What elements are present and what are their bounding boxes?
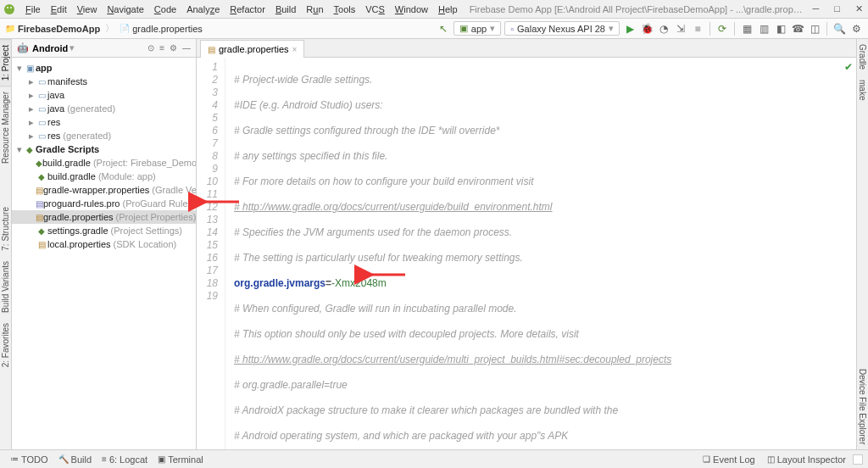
tree-node-res[interactable]: ▸▭res (12, 115, 196, 129)
menu-window[interactable]: Window (390, 3, 433, 16)
event-log-icon: ❏ (703, 454, 710, 464)
menu-analyze[interactable]: Analyze (181, 3, 225, 16)
status-build[interactable]: 🔨Build (53, 454, 97, 465)
layout-icon[interactable]: ◧ (774, 22, 787, 36)
menu-help[interactable]: Help (433, 3, 463, 16)
properties-file-icon: ▤ (36, 186, 43, 195)
editor-area: ▤ gradle.properties × ✔ 1234567891011121… (197, 39, 856, 449)
gear-icon[interactable]: ⚙ (170, 43, 177, 53)
hide-icon[interactable]: — (182, 43, 191, 53)
editor-tab-gradle-properties[interactable]: ▤ gradle.properties × (200, 40, 304, 58)
project-tree[interactable]: ▾▣app ▸▭manifests ▸▭java ▸▭java(generate… (12, 58, 196, 449)
menu-refactor[interactable]: Refactor (225, 3, 270, 16)
inspection-ok-icon: ✔ (844, 61, 853, 74)
editor-tab-bar: ▤ gradle.properties × (197, 39, 856, 58)
tree-node-build-gradle-project[interactable]: ◆build.gradle(Project: Firebase_Demo_App… (12, 156, 196, 170)
maximize-icon[interactable]: □ (832, 3, 842, 14)
properties-file-icon: ▤ (36, 213, 43, 222)
help-icon[interactable]: ⚙ (849, 22, 863, 36)
debug-icon[interactable]: 🐞 (640, 22, 654, 36)
tool-tab-resource-manager[interactable]: Resource Manager (0, 86, 11, 169)
navigation-bar: 📁 FirebaseDemoApp 〉 📄 gradle.properties … (0, 19, 868, 39)
avd-manager-icon[interactable]: ▦ (740, 22, 754, 36)
chevron-down-icon: ▾ (609, 23, 614, 34)
gradle-file-icon: ◆ (36, 226, 47, 236)
scroll-from-source-icon[interactable]: ⊙ (147, 43, 154, 53)
android-studio-logo-icon (3, 3, 15, 15)
search-icon[interactable]: 🔍 (832, 22, 846, 36)
tree-node-gradle-wrapper[interactable]: ▤gradle-wrapper.properties(Gradle Versio… (12, 183, 196, 197)
menu-vcs[interactable]: VCS (360, 3, 390, 16)
menu-edit[interactable]: Edit (46, 3, 72, 16)
menu-run[interactable]: Run (301, 3, 328, 16)
tool-tab-project[interactable]: 1: Project (0, 39, 11, 86)
attach-debugger-icon[interactable]: ⇲ (674, 22, 687, 36)
properties-file-icon: ▤ (36, 240, 47, 249)
tree-node-gradle-properties[interactable]: ▤gradle.properties(Project Properties) (12, 210, 196, 224)
minimize-icon[interactable]: ─ (811, 3, 821, 14)
tree-node-app[interactable]: ▾▣app (12, 61, 196, 75)
terminal-icon: ▣ (158, 454, 165, 464)
breadcrumb-file: gradle.properties (132, 24, 203, 34)
folder-icon: ▭ (36, 77, 47, 86)
menu-navigate[interactable]: Navigate (102, 3, 148, 16)
tree-node-java[interactable]: ▸▭java (12, 88, 196, 102)
sync-icon[interactable]: ⟳ (715, 22, 729, 36)
tree-node-settings-gradle[interactable]: ◆settings.gradle(Project Settings) (12, 224, 196, 237)
status-logcat[interactable]: ≡6: Logcat (97, 454, 153, 465)
menu-code[interactable]: Code (149, 3, 181, 16)
code-content[interactable]: # Project-wide Gradle settings. #IDE (e.… (225, 58, 856, 449)
menu-bar: FFileile Edit View Navigate Code Analyze… (0, 0, 868, 19)
status-layout-inspector[interactable]: ◫Layout Inspector (762, 454, 851, 465)
collapse-all-icon[interactable]: ≡ (159, 43, 164, 53)
layout-inspector-icon: ◫ (767, 454, 775, 464)
back-icon[interactable]: ↖ (437, 22, 450, 36)
folder-icon: ▭ (36, 118, 47, 127)
breadcrumb[interactable]: 📁 FirebaseDemoApp 〉 📄 gradle.properties (5, 22, 203, 35)
menu-file[interactable]: FFileile (20, 3, 46, 16)
project-header[interactable]: 🤖 Android ▾ ⊙ ≡ ⚙ — (12, 39, 196, 58)
tool-tab-make[interactable]: make (857, 75, 868, 105)
chevron-down-icon: ▾ (490, 23, 495, 34)
status-bar: ≔TODO 🔨Build ≡6: Logcat ▣Terminal ❏Event… (0, 449, 868, 468)
tree-node-java-generated[interactable]: ▸▭java(generated) (12, 102, 196, 115)
menu-build[interactable]: Build (270, 3, 301, 16)
gradle-file-icon: ◆ (36, 172, 47, 181)
close-icon[interactable]: ✕ (854, 3, 865, 14)
folder-icon: ▭ (36, 131, 47, 141)
tree-node-gradle-scripts[interactable]: ▾◆Gradle Scripts (12, 142, 196, 156)
proguard-file-icon: ▤ (36, 199, 43, 209)
run-icon[interactable]: ▶ (623, 22, 637, 36)
code-editor[interactable]: ✔ 12345678910111213141516171819 # Projec… (197, 58, 856, 449)
tool-tab-structure[interactable]: 7: Structure (0, 202, 11, 256)
emulator-icon[interactable]: ☎ (791, 22, 804, 36)
tree-node-proguard[interactable]: ▤proguard-rules.pro(ProGuard Rules for a… (12, 197, 196, 210)
gradle-icon: ◆ (24, 145, 36, 154)
line-gutter: 12345678910111213141516171819 (197, 58, 225, 449)
status-event-log[interactable]: ❏Event Log (698, 454, 760, 465)
tree-node-res-generated[interactable]: ▸▭res(generated) (12, 129, 196, 142)
tool-tab-build-variants[interactable]: Build Variants (0, 256, 11, 318)
status-indicator[interactable] (853, 454, 863, 465)
svg-point-1 (7, 7, 8, 8)
tree-node-local-properties[interactable]: ▤local.properties(SDK Location) (12, 237, 196, 251)
tool-tab-device-file-explorer[interactable]: Device File Explorer (857, 364, 868, 449)
tree-node-build-gradle-module[interactable]: ◆build.gradle(Module: app) (12, 170, 196, 183)
run-config-selector[interactable]: ▣ app ▾ (453, 21, 501, 36)
project-tool-window: 🤖 Android ▾ ⊙ ≡ ⚙ — ▾▣app ▸▭manifests ▸▭… (12, 39, 197, 449)
profile-icon[interactable]: ◔ (657, 22, 670, 36)
resource-icon[interactable]: ◫ (808, 22, 821, 36)
close-tab-icon[interactable]: × (292, 45, 298, 54)
right-tool-strip: Gradle make Device File Explorer (856, 39, 868, 449)
sdk-manager-icon[interactable]: ▥ (757, 22, 771, 36)
tool-tab-gradle[interactable]: Gradle (857, 39, 868, 75)
folder-icon: 📁 (5, 24, 15, 33)
stop-icon[interactable]: ■ (691, 22, 704, 36)
tool-tab-favorites[interactable]: 2: Favorites (0, 318, 11, 372)
status-terminal[interactable]: ▣Terminal (153, 454, 209, 465)
device-selector[interactable]: ▫ Galaxy Nexus API 28 ▾ (504, 21, 620, 36)
tree-node-manifests[interactable]: ▸▭manifests (12, 75, 196, 88)
status-todo[interactable]: ≔TODO (5, 454, 53, 465)
menu-tools[interactable]: Tools (329, 3, 361, 16)
menu-view[interactable]: View (72, 3, 103, 16)
